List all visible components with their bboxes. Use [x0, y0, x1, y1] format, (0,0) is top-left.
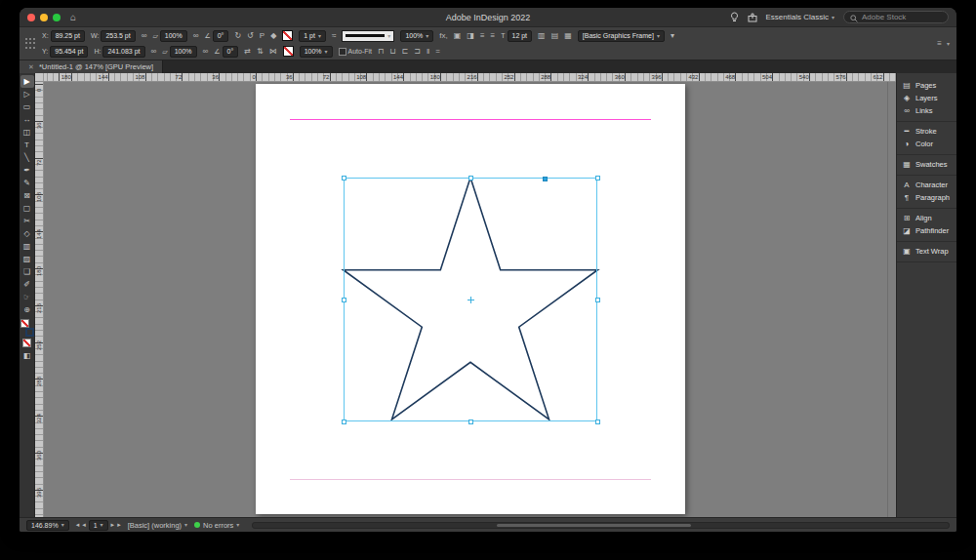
- pen-tool[interactable]: ✒: [20, 164, 34, 177]
- checkbox-box[interactable]: [339, 48, 346, 56]
- flip-indicator-icon[interactable]: ⋈: [269, 46, 277, 58]
- learn-bulb-icon[interactable]: [730, 12, 739, 22]
- stroke-type-select[interactable]: ▾: [342, 30, 394, 42]
- constrain-scale-icon[interactable]: ∞: [193, 30, 199, 42]
- grid-icon[interactable]: ▦: [564, 30, 572, 42]
- stock-search-input[interactable]: Adobe Stock: [843, 11, 949, 23]
- height-field[interactable]: H:241.083 pt: [94, 46, 144, 58]
- document-tab[interactable]: ✕ *Untitled-1 @ 147% [GPU Preview]: [20, 60, 163, 73]
- first-page-button[interactable]: ◂: [76, 521, 80, 529]
- gradient-swatch-tool[interactable]: ▥: [20, 240, 34, 253]
- selection-handle[interactable]: [595, 420, 600, 424]
- page-number-select[interactable]: 1 ▾: [89, 520, 108, 531]
- x-position-field-value[interactable]: 89.25 pt: [51, 30, 85, 42]
- share-icon[interactable]: [748, 13, 757, 22]
- auto-fit-checkbox[interactable]: Auto-Fit: [339, 48, 373, 56]
- selected-anchor-handle[interactable]: [543, 177, 548, 181]
- align-top-edges-icon[interactable]: ⊓: [378, 46, 384, 58]
- object-style-select[interactable]: [Basic Graphics Frame]▾: [578, 30, 665, 42]
- panel-item-links[interactable]: ∞Links: [897, 104, 956, 117]
- wavy-line-icon[interactable]: ≈: [332, 30, 336, 42]
- home-icon[interactable]: ⌂: [70, 13, 76, 22]
- panel-item-stroke[interactable]: ━Stroke: [897, 125, 956, 138]
- stroke-tint-field-value[interactable]: 100%▾: [300, 46, 333, 58]
- panel-item-align[interactable]: ⊞Align: [897, 212, 956, 224]
- opacity-field-value[interactable]: 100%▾: [400, 30, 433, 42]
- distribute-vertical-icon[interactable]: =: [435, 46, 440, 58]
- selection-handle[interactable]: [342, 420, 346, 424]
- panel-item-swatches[interactable]: ▦Swatches: [897, 158, 956, 171]
- align-left-icon[interactable]: ≡: [480, 30, 485, 42]
- shear-angle-field[interactable]: ∠0°: [214, 46, 238, 58]
- selection-handle[interactable]: [468, 420, 473, 424]
- last-page-button[interactable]: ▸: [117, 521, 121, 529]
- next-page-button[interactable]: ▸: [111, 521, 115, 529]
- hand-tool[interactable]: ☞: [20, 291, 34, 303]
- chain-icon[interactable]: ∞: [151, 46, 157, 58]
- scissors-tool[interactable]: ✂: [20, 215, 34, 227]
- rows-icon[interactable]: ▤: [551, 30, 559, 42]
- zoom-level-select[interactable]: 146.89% ▾: [26, 520, 69, 531]
- y-position-field[interactable]: Y:95.454 pt: [42, 46, 88, 58]
- scale-x-field-value[interactable]: 100%: [160, 30, 187, 42]
- x-position-field[interactable]: X:89.25 pt: [42, 30, 85, 42]
- gap-tool[interactable]: ↔: [20, 113, 34, 126]
- chain-scale-icon[interactable]: ∞: [203, 46, 209, 58]
- close-window-button[interactable]: [27, 14, 35, 21]
- drop-shadow-icon[interactable]: ▣: [454, 30, 462, 42]
- selection-tool[interactable]: ▶: [20, 75, 34, 88]
- panel-item-character[interactable]: ACharacter: [897, 179, 956, 191]
- previous-page-button[interactable]: ◂: [82, 521, 86, 529]
- free-transform-tool[interactable]: ◇: [20, 227, 34, 240]
- direct-selection-tool[interactable]: ▷: [20, 88, 34, 100]
- stroke-weight-field-value[interactable]: 1 pt▾: [299, 30, 326, 42]
- font-size-field-value[interactable]: 12 pt: [508, 30, 533, 42]
- selection-handle[interactable]: [595, 176, 600, 180]
- chevron-down-icon[interactable]: ▾: [947, 41, 950, 47]
- note-tool[interactable]: ❏: [20, 265, 34, 278]
- shear-angle-field-value[interactable]: 0°: [223, 46, 239, 58]
- flip-horizontal-icon[interactable]: ⇄: [244, 46, 251, 58]
- minimize-window-button[interactable]: [40, 14, 48, 21]
- stroke-tint-field[interactable]: 100%▾: [300, 46, 333, 58]
- scrollbar-thumb[interactable]: [497, 524, 692, 527]
- rotation-angle-field[interactable]: ∠0°: [204, 30, 228, 42]
- selection-bounding-box[interactable]: [344, 178, 597, 421]
- panel-item-color[interactable]: ◑Color: [897, 138, 956, 150]
- panel-item-pages[interactable]: ▤Pages: [897, 79, 956, 92]
- stroke-color-swatch[interactable]: [282, 30, 293, 41]
- height-field-value[interactable]: 241.083 pt: [102, 46, 144, 58]
- rotation-angle-field-value[interactable]: 0°: [213, 30, 229, 42]
- rectangle-frame-tool[interactable]: ⊠: [20, 189, 34, 202]
- width-field-value[interactable]: 253.5 pt: [101, 30, 135, 42]
- pasteboard[interactable]: [44, 82, 896, 517]
- effects-icon[interactable]: fx,: [439, 30, 447, 42]
- panel-item-layers[interactable]: ◈Layers: [897, 92, 956, 104]
- reference-point-proxy[interactable]: [24, 38, 36, 50]
- type-tool[interactable]: T: [20, 139, 34, 151]
- align-bottom-edges-icon[interactable]: ⊔: [389, 46, 395, 58]
- selection-handle[interactable]: [342, 298, 346, 302]
- panel-item-paragraph[interactable]: ¶Paragraph: [897, 191, 956, 204]
- transparency-icon[interactable]: ◨: [467, 30, 474, 42]
- selection-handle[interactable]: [595, 298, 600, 302]
- close-tab-icon[interactable]: ✕: [28, 63, 34, 71]
- fill-swatch[interactable]: [20, 319, 29, 328]
- scale-x-field[interactable]: ▱100%: [152, 30, 186, 42]
- columns-icon[interactable]: ▥: [538, 30, 546, 42]
- workspace-switcher[interactable]: Essentials Classic ▾: [766, 13, 834, 21]
- preflight-menu[interactable]: [Basic] (working) ▾: [128, 521, 187, 530]
- scale-y-field[interactable]: ▱100%: [162, 46, 196, 58]
- rectangle-tool[interactable]: ▢: [20, 202, 34, 215]
- font-size-field[interactable]: T12 pt: [501, 30, 532, 42]
- stroke-swatch[interactable]: [25, 328, 34, 337]
- panel-menu-icon[interactable]: ≡: [937, 39, 942, 48]
- screen-mode-button[interactable]: ◧: [20, 349, 34, 362]
- opacity-field[interactable]: 100%▾: [400, 30, 433, 42]
- align-center-icon[interactable]: ≡: [491, 30, 496, 42]
- gradient-feather-tool[interactable]: ▨: [20, 253, 34, 265]
- rotate-90-cw-icon[interactable]: ↻: [234, 30, 241, 42]
- line-tool[interactable]: ╲: [20, 151, 34, 164]
- flip-vertical-icon[interactable]: ⇅: [257, 46, 264, 58]
- distribute-horizontal-icon[interactable]: ‖: [427, 46, 429, 58]
